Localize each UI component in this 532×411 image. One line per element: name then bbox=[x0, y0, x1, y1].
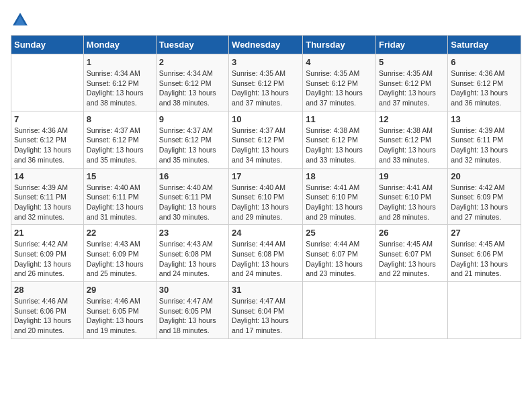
day-info: Sunrise: 4:47 AMSunset: 6:04 PMDaylight:… bbox=[232, 296, 300, 336]
calendar-cell: 13Sunrise: 4:39 AMSunset: 6:11 PMDayligh… bbox=[448, 111, 521, 168]
day-header-monday: Monday bbox=[83, 36, 156, 54]
day-info: Sunrise: 4:37 AMSunset: 6:12 PMDaylight:… bbox=[159, 126, 226, 165]
calendar-week-row: 7Sunrise: 4:36 AMSunset: 6:12 PMDaylight… bbox=[11, 111, 521, 168]
calendar-cell: 28Sunrise: 4:46 AMSunset: 6:06 PMDayligh… bbox=[11, 282, 84, 339]
day-info: Sunrise: 4:46 AMSunset: 6:06 PMDaylight:… bbox=[14, 296, 81, 336]
day-number: 10 bbox=[232, 114, 300, 124]
day-info: Sunrise: 4:36 AMSunset: 6:12 PMDaylight:… bbox=[14, 126, 81, 165]
day-info: Sunrise: 4:39 AMSunset: 6:11 PMDaylight:… bbox=[14, 183, 81, 222]
calendar-cell: 11Sunrise: 4:38 AMSunset: 6:12 PMDayligh… bbox=[303, 111, 376, 168]
day-number: 15 bbox=[87, 171, 153, 181]
calendar-cell: 31Sunrise: 4:47 AMSunset: 6:04 PMDayligh… bbox=[229, 282, 303, 339]
day-number: 24 bbox=[232, 228, 300, 238]
day-info: Sunrise: 4:40 AMSunset: 6:11 PMDaylight:… bbox=[159, 183, 226, 222]
day-info: Sunrise: 4:36 AMSunset: 6:12 PMDaylight:… bbox=[451, 68, 518, 108]
day-number: 28 bbox=[14, 285, 81, 295]
day-number: 22 bbox=[87, 228, 153, 238]
calendar-cell: 12Sunrise: 4:38 AMSunset: 6:12 PMDayligh… bbox=[376, 111, 448, 168]
day-number: 7 bbox=[14, 114, 81, 124]
calendar-cell: 2Sunrise: 4:34 AMSunset: 6:12 PMDaylight… bbox=[156, 54, 228, 111]
page-header bbox=[11, 11, 521, 30]
day-number: 13 bbox=[451, 114, 518, 124]
day-number: 3 bbox=[232, 57, 300, 67]
day-info: Sunrise: 4:40 AMSunset: 6:11 PMDaylight:… bbox=[87, 183, 153, 222]
day-number: 1 bbox=[87, 57, 153, 67]
day-number: 31 bbox=[232, 285, 300, 295]
calendar-cell: 23Sunrise: 4:43 AMSunset: 6:08 PMDayligh… bbox=[156, 225, 228, 282]
calendar-cell: 30Sunrise: 4:47 AMSunset: 6:05 PMDayligh… bbox=[156, 282, 228, 339]
calendar-cell: 7Sunrise: 4:36 AMSunset: 6:12 PMDaylight… bbox=[11, 111, 84, 168]
calendar-cell bbox=[11, 54, 84, 111]
day-info: Sunrise: 4:41 AMSunset: 6:10 PMDaylight:… bbox=[379, 183, 445, 222]
calendar-cell: 20Sunrise: 4:42 AMSunset: 6:09 PMDayligh… bbox=[448, 168, 521, 225]
day-info: Sunrise: 4:42 AMSunset: 6:09 PMDaylight:… bbox=[14, 239, 81, 279]
calendar-cell: 4Sunrise: 4:35 AMSunset: 6:12 PMDaylight… bbox=[303, 54, 376, 111]
calendar-cell: 22Sunrise: 4:43 AMSunset: 6:09 PMDayligh… bbox=[83, 225, 156, 282]
calendar-cell bbox=[376, 282, 448, 339]
calendar-cell: 6Sunrise: 4:36 AMSunset: 6:12 PMDaylight… bbox=[448, 54, 521, 111]
day-number: 25 bbox=[306, 228, 373, 238]
calendar-cell: 15Sunrise: 4:40 AMSunset: 6:11 PMDayligh… bbox=[83, 168, 156, 225]
calendar-cell: 8Sunrise: 4:37 AMSunset: 6:12 PMDaylight… bbox=[83, 111, 156, 168]
logo-icon bbox=[11, 11, 30, 30]
day-info: Sunrise: 4:43 AMSunset: 6:08 PMDaylight:… bbox=[159, 239, 226, 279]
day-info: Sunrise: 4:37 AMSunset: 6:12 PMDaylight:… bbox=[232, 126, 300, 165]
day-number: 2 bbox=[159, 57, 226, 67]
day-number: 30 bbox=[159, 285, 226, 295]
calendar-cell: 5Sunrise: 4:35 AMSunset: 6:12 PMDaylight… bbox=[376, 54, 448, 111]
calendar-cell: 16Sunrise: 4:40 AMSunset: 6:11 PMDayligh… bbox=[156, 168, 228, 225]
day-number: 4 bbox=[306, 57, 373, 67]
day-number: 12 bbox=[379, 114, 445, 124]
day-number: 29 bbox=[87, 285, 153, 295]
day-info: Sunrise: 4:45 AMSunset: 6:06 PMDaylight:… bbox=[451, 239, 518, 279]
day-header-friday: Friday bbox=[376, 36, 448, 54]
day-info: Sunrise: 4:35 AMSunset: 6:12 PMDaylight:… bbox=[306, 68, 373, 108]
day-info: Sunrise: 4:44 AMSunset: 6:08 PMDaylight:… bbox=[232, 239, 300, 279]
calendar-week-row: 21Sunrise: 4:42 AMSunset: 6:09 PMDayligh… bbox=[11, 225, 521, 282]
calendar-header-row: SundayMondayTuesdayWednesdayThursdayFrid… bbox=[11, 36, 521, 54]
day-info: Sunrise: 4:44 AMSunset: 6:07 PMDaylight:… bbox=[306, 239, 373, 279]
day-number: 18 bbox=[306, 171, 373, 181]
calendar-cell: 10Sunrise: 4:37 AMSunset: 6:12 PMDayligh… bbox=[229, 111, 303, 168]
calendar-cell: 3Sunrise: 4:35 AMSunset: 6:12 PMDaylight… bbox=[229, 54, 303, 111]
calendar-cell: 1Sunrise: 4:34 AMSunset: 6:12 PMDaylight… bbox=[83, 54, 156, 111]
calendar-cell: 18Sunrise: 4:41 AMSunset: 6:10 PMDayligh… bbox=[303, 168, 376, 225]
day-info: Sunrise: 4:42 AMSunset: 6:09 PMDaylight:… bbox=[451, 183, 518, 222]
day-info: Sunrise: 4:39 AMSunset: 6:11 PMDaylight:… bbox=[451, 126, 518, 165]
day-number: 21 bbox=[14, 228, 81, 238]
day-number: 5 bbox=[379, 57, 445, 67]
day-number: 9 bbox=[159, 114, 226, 124]
day-info: Sunrise: 4:38 AMSunset: 6:12 PMDaylight:… bbox=[379, 126, 445, 165]
day-info: Sunrise: 4:35 AMSunset: 6:12 PMDaylight:… bbox=[379, 68, 445, 108]
day-number: 26 bbox=[379, 228, 445, 238]
calendar-cell: 21Sunrise: 4:42 AMSunset: 6:09 PMDayligh… bbox=[11, 225, 84, 282]
day-number: 23 bbox=[159, 228, 226, 238]
day-number: 16 bbox=[159, 171, 226, 181]
calendar-week-row: 14Sunrise: 4:39 AMSunset: 6:11 PMDayligh… bbox=[11, 168, 521, 225]
day-info: Sunrise: 4:40 AMSunset: 6:10 PMDaylight:… bbox=[232, 183, 300, 222]
calendar-table: SundayMondayTuesdayWednesdayThursdayFrid… bbox=[11, 35, 521, 339]
day-info: Sunrise: 4:43 AMSunset: 6:09 PMDaylight:… bbox=[87, 239, 153, 279]
day-number: 14 bbox=[14, 171, 81, 181]
day-info: Sunrise: 4:41 AMSunset: 6:10 PMDaylight:… bbox=[306, 183, 373, 222]
day-number: 6 bbox=[451, 57, 518, 67]
day-number: 20 bbox=[451, 171, 518, 181]
day-info: Sunrise: 4:47 AMSunset: 6:05 PMDaylight:… bbox=[159, 296, 226, 336]
day-info: Sunrise: 4:34 AMSunset: 6:12 PMDaylight:… bbox=[87, 68, 153, 108]
day-number: 11 bbox=[306, 114, 373, 124]
day-number: 8 bbox=[87, 114, 153, 124]
day-header-saturday: Saturday bbox=[448, 36, 521, 54]
day-header-tuesday: Tuesday bbox=[156, 36, 228, 54]
calendar-cell: 17Sunrise: 4:40 AMSunset: 6:10 PMDayligh… bbox=[229, 168, 303, 225]
calendar-week-row: 28Sunrise: 4:46 AMSunset: 6:06 PMDayligh… bbox=[11, 282, 521, 339]
day-number: 27 bbox=[451, 228, 518, 238]
day-info: Sunrise: 4:46 AMSunset: 6:05 PMDaylight:… bbox=[87, 296, 153, 336]
day-info: Sunrise: 4:35 AMSunset: 6:12 PMDaylight:… bbox=[232, 68, 300, 108]
day-header-sunday: Sunday bbox=[11, 36, 84, 54]
calendar-cell: 14Sunrise: 4:39 AMSunset: 6:11 PMDayligh… bbox=[11, 168, 84, 225]
day-number: 17 bbox=[232, 171, 300, 181]
day-info: Sunrise: 4:34 AMSunset: 6:12 PMDaylight:… bbox=[159, 68, 226, 108]
calendar-cell: 19Sunrise: 4:41 AMSunset: 6:10 PMDayligh… bbox=[376, 168, 448, 225]
calendar-cell bbox=[303, 282, 376, 339]
calendar-cell: 29Sunrise: 4:46 AMSunset: 6:05 PMDayligh… bbox=[83, 282, 156, 339]
